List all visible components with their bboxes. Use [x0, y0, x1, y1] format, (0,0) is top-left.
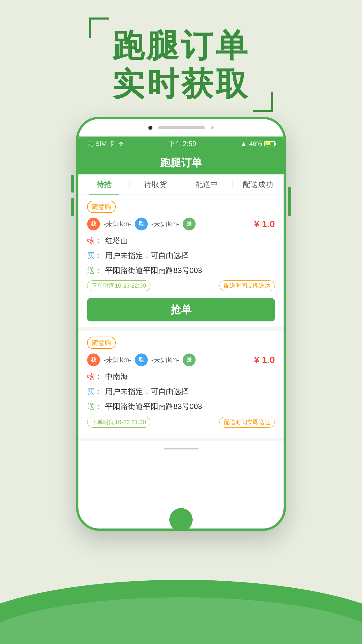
pick-icon-2: 取: [135, 354, 148, 366]
order-time-badge-2: 下单时间10-23 21:00: [87, 417, 150, 428]
order-price-1: ¥ 1.0: [254, 219, 275, 230]
phone-screen: 无 SIM 卡 下午2:59 ▲ 46% 跑腿订单: [76, 117, 286, 531]
time-row-2: 下单时间10-23 21:00 配送时间立即送达: [87, 416, 275, 428]
grab-button-1[interactable]: 抢单: [87, 298, 275, 321]
tab-pickup-label: 待取货: [144, 179, 167, 190]
order-time-badge-1: 下单时间10-23 22:00: [87, 280, 150, 291]
order-list: 随意购 我 -未知km- 取 -未知km- 送 ¥ 1.0: [78, 195, 284, 441]
tab-pickup[interactable]: 待取货: [130, 174, 181, 195]
wu-row-1: 物： 红塔山: [87, 235, 275, 246]
phone-camera: [211, 126, 214, 129]
app-header: 跑腿订单: [78, 151, 284, 174]
status-bar: 无 SIM 卡 下午2:59 ▲ 46%: [78, 136, 284, 151]
status-left: 无 SIM 卡: [87, 139, 124, 148]
delivery-time-badge-2: 配送时间立即送达: [219, 417, 275, 428]
from-icon-2: 我: [87, 354, 100, 366]
phone-power-button: [288, 187, 291, 216]
wu-row-2: 物： 中南海: [87, 371, 275, 382]
wu-value-1: 红塔山: [105, 235, 128, 246]
song-value-2: 平阳路街道平阳南路83号003: [105, 401, 202, 412]
wu-label-1: 物：: [87, 235, 102, 246]
battery-icon: [264, 141, 275, 146]
deliver-icon-1: 送: [183, 218, 196, 230]
song-value-1: 平阳路街道平阳南路83号003: [105, 265, 202, 276]
bracket-top-left-icon: [89, 18, 109, 38]
app-title: 跑腿订单: [160, 156, 202, 170]
status-right: ▲ 46%: [240, 140, 275, 148]
pick-distance-2: -未知km-: [151, 355, 179, 365]
mai-row-1: 买： 用户未指定，可自由选择: [87, 250, 275, 261]
phone-dot-indicator: [148, 126, 152, 130]
from-icon-1: 我: [87, 218, 100, 230]
order-card-2: 随意购 我 -未知km- 取 -未知km- 送 ¥ 1.0: [78, 331, 284, 438]
carrier-text: 无 SIM 卡: [87, 139, 115, 148]
order-type-badge-1: 随意购: [87, 201, 116, 213]
tab-delivered-label: 配送成功: [243, 179, 273, 190]
mai-value-1: 用户未指定，可自由选择: [105, 250, 189, 261]
delivery-time-badge-1: 配送时间立即送达: [219, 280, 275, 291]
time-row-1: 下单时间10-23 22:00 配送时间立即送达: [87, 280, 275, 291]
song-row-1: 送： 平阳路街道平阳南路83号003: [87, 265, 275, 276]
song-row-2: 送： 平阳路街道平阳南路83号003: [87, 401, 275, 412]
phone-volume-down-button: [71, 198, 74, 216]
order-price-2: ¥ 1.0: [254, 355, 275, 365]
battery-percent-text: 46%: [249, 140, 262, 148]
location-arrow-icon: ▲: [240, 140, 247, 148]
tab-waiting-label: 待抢: [96, 179, 112, 190]
phone-mockup: 无 SIM 卡 下午2:59 ▲ 46% 跑腿订单: [76, 117, 286, 531]
mai-row-2: 买： 用户未指定，可自由选择: [87, 386, 275, 397]
pick-icon-1: 取: [135, 218, 148, 230]
mai-label-1: 买：: [87, 250, 102, 261]
status-time: 下午2:59: [168, 139, 196, 148]
tab-delivering[interactable]: 配送中: [181, 174, 232, 195]
song-label-2: 送：: [87, 401, 102, 412]
mai-label-2: 买：: [87, 386, 102, 397]
route-row-1: 我 -未知km- 取 -未知km- 送 ¥ 1.0: [87, 218, 275, 230]
deliver-icon-2: 送: [183, 354, 196, 366]
order-type-badge-2: 随意购: [87, 337, 116, 349]
song-label-1: 送：: [87, 265, 102, 276]
phone-speaker: [158, 126, 205, 129]
wu-label-2: 物：: [87, 371, 102, 382]
bracket-bottom-right-icon: [253, 92, 273, 112]
title-line1: 跑腿订单: [112, 26, 250, 65]
home-indicator-bar: [164, 448, 198, 449]
tab-delivering-label: 配送中: [195, 179, 218, 190]
pick-distance-1: -未知km-: [151, 219, 179, 229]
phone-volume-up-button: [71, 175, 74, 192]
tabs-bar: 待抢 待取货 配送中 配送成功: [78, 174, 284, 195]
phone-notch-area: [78, 119, 284, 136]
header-area: 跑腿订单 实时获取: [0, 18, 362, 112]
tab-delivered[interactable]: 配送成功: [233, 174, 284, 195]
wifi-icon: [118, 140, 124, 148]
title-line2: 实时获取: [112, 65, 250, 103]
order-card-1: 随意购 我 -未知km- 取 -未知km- 送 ¥ 1.0: [78, 195, 284, 327]
route-row-2: 我 -未知km- 取 -未知km- 送 ¥ 1.0: [87, 354, 275, 366]
battery-fill: [266, 142, 270, 145]
wu-value-2: 中南海: [105, 371, 128, 382]
tab-waiting[interactable]: 待抢: [78, 174, 129, 195]
from-distance-2: -未知km-: [103, 355, 131, 365]
home-indicator-area: [78, 441, 284, 456]
mai-value-2: 用户未指定，可自由选择: [105, 386, 189, 397]
from-distance-1: -未知km-: [103, 219, 131, 229]
home-button[interactable]: [169, 508, 193, 531]
